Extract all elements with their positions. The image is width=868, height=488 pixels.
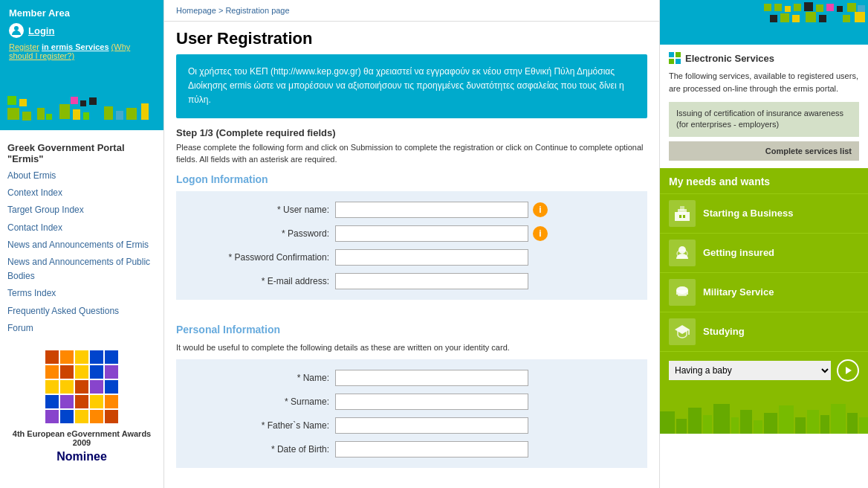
right-top-graphic	[660, 0, 868, 45]
left-sidebar: Member Area Login Register in ermis Serv…	[0, 0, 163, 488]
es-complete-list-button[interactable]: Complete services list	[669, 141, 859, 161]
main-content: Homepage > Registration page User Regist…	[163, 0, 660, 488]
starting-business-label: Starting a Business	[703, 208, 793, 219]
sidebar-item-news-public-bodies[interactable]: News and Announcements of Public Bodies	[0, 254, 163, 285]
my-needs-section: My needs and wants Starting a Business	[660, 168, 868, 389]
breadcrumb-current: Registration page	[225, 6, 289, 15]
svg-rect-54	[703, 415, 712, 434]
svg-rect-17	[89, 97, 97, 105]
svg-rect-14	[141, 103, 149, 120]
svg-rect-59	[764, 413, 777, 434]
needs-item-military-service[interactable]: Military Service	[660, 272, 868, 312]
svg-rect-20	[774, 4, 782, 11]
svg-rect-64	[831, 404, 846, 434]
sidebar-item-about-ermis[interactable]: About Ermis	[0, 167, 163, 184]
svg-rect-19	[764, 4, 771, 11]
svg-rect-21	[785, 6, 791, 12]
needs-play-button[interactable]	[837, 359, 859, 382]
step-desc: Please complete the following form and c…	[176, 141, 647, 166]
register-text: Register in ermis Services (Why should I…	[9, 42, 155, 60]
info-box: Οι χρήστες του ΚΕΠ (http://www.kep.gov.g…	[176, 54, 647, 118]
svg-rect-13	[126, 108, 137, 120]
sidebar-item-context-index[interactable]: Context Index	[0, 184, 163, 202]
father-name-input[interactable]	[335, 417, 528, 434]
svg-rect-11	[104, 106, 113, 120]
military-service-icon	[669, 279, 696, 306]
member-area: Member Area Login Register in ermis Serv…	[0, 0, 163, 71]
svg-rect-25	[826, 4, 834, 11]
surname-input-wrap	[335, 394, 528, 410]
email-label: * E-mail address:	[187, 276, 335, 286]
svg-rect-48	[688, 330, 690, 335]
step-title: Step 1/3 (Complete required fields)	[176, 127, 647, 138]
svg-rect-24	[816, 4, 823, 12]
father-name-row: * Father`s Name:	[187, 417, 637, 434]
svg-rect-22	[794, 4, 801, 11]
needs-dropdown-row: Having a baby	[660, 351, 868, 389]
svg-rect-55	[713, 404, 730, 434]
svg-rect-46	[678, 294, 687, 296]
login-link[interactable]: Login	[28, 25, 54, 36]
svg-rect-28	[858, 5, 865, 13]
sidebar-item-news-ermis[interactable]: News and Announcements of Ermis	[0, 237, 163, 254]
needs-dropdown[interactable]: Having a baby	[669, 361, 831, 380]
username-input-wrap: i	[335, 202, 548, 218]
needs-item-studying[interactable]: Studying	[660, 312, 868, 351]
svg-rect-12	[116, 111, 123, 120]
svg-rect-53	[688, 408, 702, 434]
my-needs-title: My needs and wants	[660, 168, 868, 193]
username-row: * User name: i	[187, 202, 637, 218]
svg-rect-32	[806, 12, 816, 22]
password-row: * Password: i	[187, 225, 637, 242]
email-input[interactable]	[335, 273, 528, 289]
svg-rect-4	[7, 96, 16, 105]
svg-rect-36	[855, 12, 865, 22]
password-input[interactable]	[335, 225, 528, 242]
logon-section: Logon Information * User name: i * Passw…	[164, 173, 659, 312]
sidebar-item-terms-index[interactable]: Terms Index	[0, 285, 163, 302]
sidebar-item-contact-index[interactable]: Contact Index	[0, 219, 163, 237]
es-icon	[669, 52, 681, 64]
svg-rect-27	[847, 3, 856, 12]
breadcrumb-home[interactable]: Homepage	[176, 6, 216, 15]
sidebar-item-faq[interactable]: Frequently Asked Questions	[0, 303, 163, 320]
needs-item-getting-insured[interactable]: Getting insured	[660, 233, 868, 272]
password-confirm-input[interactable]	[335, 249, 528, 266]
email-input-wrap	[335, 273, 528, 289]
dob-input-wrap	[335, 441, 528, 458]
name-input[interactable]	[335, 370, 528, 386]
svg-rect-60	[779, 405, 794, 434]
award-title: 4th European eGovernment Awards 2009	[7, 429, 156, 447]
svg-rect-66	[859, 417, 868, 434]
svg-rect-3	[22, 112, 31, 121]
es-title: Electronic Services	[669, 52, 859, 64]
sidebar-nav: Greek Government Portal "Ermis" About Er…	[0, 130, 163, 343]
member-area-title: Member Area	[9, 7, 155, 19]
password-input-wrap: i	[335, 225, 548, 242]
username-input[interactable]	[335, 202, 528, 218]
step-info: Step 1/3 (Complete required fields) Plea…	[164, 127, 659, 173]
svg-rect-29	[770, 15, 777, 22]
svg-point-0	[14, 26, 19, 30]
personal-section-title: Personal Information	[176, 324, 647, 336]
sidebar-graphic	[0, 71, 163, 130]
electronic-services: Electronic Services The following servic…	[660, 45, 868, 168]
register-service-link[interactable]: in ermis Services	[42, 42, 109, 51]
page-title: User Registration	[164, 22, 659, 54]
sidebar-item-target-group-index[interactable]: Target Group Index	[0, 202, 163, 219]
right-bottom-graphic	[660, 389, 868, 434]
username-info-icon[interactable]: i	[533, 202, 548, 217]
svg-rect-23	[804, 2, 813, 11]
needs-item-starting-business[interactable]: Starting a Business	[660, 193, 868, 233]
svg-rect-5	[19, 99, 27, 106]
svg-rect-35	[843, 15, 850, 22]
svg-rect-2	[7, 108, 19, 120]
svg-rect-8	[59, 104, 70, 119]
surname-input[interactable]	[335, 394, 528, 410]
sidebar-item-forum[interactable]: Forum	[0, 320, 163, 337]
svg-rect-10	[83, 112, 89, 120]
svg-marker-47	[675, 325, 690, 334]
dob-input[interactable]	[335, 441, 528, 458]
father-name-label: * Father`s Name:	[187, 420, 335, 431]
password-info-icon[interactable]: i	[533, 226, 548, 241]
